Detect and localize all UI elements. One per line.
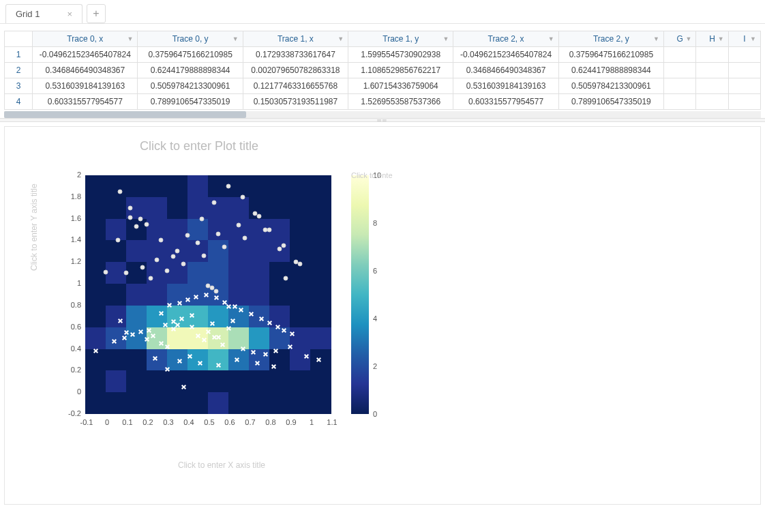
grid-cell[interactable]: 0.5316039184139163 [453,78,558,94]
scatter-point [241,194,245,199]
grid-cell[interactable]: 0.002079650782863318 [243,63,348,78]
grid-cell[interactable]: 0.15030573193511987 [243,94,348,110]
grid-cell[interactable]: 1.5269553587537366 [348,94,453,110]
grid-cell[interactable]: 0.37596475166210985 [138,47,243,63]
row-number[interactable]: 4 [5,94,33,110]
horizontal-scrollbar[interactable] [4,111,761,118]
scatter-point [206,329,211,334]
scatter-point [298,262,303,267]
heatmap [85,175,331,414]
colorbar-tick: 2 [373,362,377,370]
pane-splitter[interactable] [0,118,765,122]
chevron-down-icon[interactable]: ▼ [750,35,756,42]
chevron-down-icon[interactable]: ▼ [338,35,344,42]
column-header[interactable]: G▼ [664,31,696,47]
scatter-point [214,295,219,300]
grid-cell[interactable] [664,47,696,63]
grid-cell[interactable]: 0.5059784213300961 [138,78,243,94]
grid-cell[interactable]: -0.049621523465407824 [453,47,558,63]
chart[interactable]: Click to enter Y axis title -0.200.20.40… [31,162,399,448]
scatter-point [134,224,139,228]
scatter-point [171,327,176,331]
grid-cell[interactable]: 1.607154336759064 [348,78,453,94]
scatter-point [93,349,98,353]
grid-cell[interactable] [728,47,760,63]
grid-cell[interactable]: 0.1729338733617647 [243,47,348,63]
legend-title-input[interactable]: Click to ente [351,171,393,179]
add-tab-button[interactable]: + [87,4,106,23]
column-label: G [677,34,683,44]
grid-cell[interactable]: 0.6244179888898344 [138,63,243,78]
chevron-down-icon[interactable]: ▼ [685,35,691,42]
column-header[interactable]: I▼ [728,31,760,47]
grid-cell[interactable] [728,94,760,110]
column-header[interactable]: Trace 1, x▼ [243,31,348,47]
row-number[interactable]: 1 [5,47,33,63]
row-number[interactable]: 3 [5,78,33,94]
grid-cell[interactable] [664,94,696,110]
column-header[interactable]: Trace 2, y▼ [558,31,663,47]
scatter-point [181,262,186,267]
chevron-down-icon[interactable]: ▼ [232,35,239,42]
scatter-point [196,240,200,245]
grid-cell[interactable]: 0.5316039184139163 [33,78,138,94]
plot-panel: Click to enter Plot title Click to enter… [4,126,761,505]
close-icon[interactable]: × [67,9,72,19]
grid-cell[interactable] [728,63,760,78]
scatter-point [304,354,309,359]
column-header[interactable]: Trace 0, y▼ [138,31,243,47]
data-grid[interactable]: Trace 0, x▼Trace 0, y▼Trace 1, x▼Trace 1… [4,31,761,110]
x-axis-title-input[interactable]: Click to enter X axis title [99,460,344,470]
scatter-point [235,357,239,362]
column-header[interactable]: H▼ [696,31,728,47]
column-header[interactable]: Trace 1, y▼ [348,31,453,47]
chevron-down-icon[interactable]: ▼ [718,35,724,42]
grid-cell[interactable]: 0.7899106547335019 [558,94,663,110]
grid-cell[interactable]: 1.1086529856762217 [348,63,453,78]
scatter-point [267,321,272,325]
scrollbar-thumb[interactable] [4,111,246,118]
colorbar-tick: 8 [373,219,377,227]
y-axis-title-input[interactable]: Click to enter Y axis title [29,183,39,271]
colorbar[interactable] [351,175,369,414]
scatter-point [226,304,231,309]
grid-cell[interactable]: 0.7899106547335019 [138,94,243,110]
scatter-point [263,352,268,357]
chevron-down-icon[interactable]: ▼ [548,35,554,42]
y-tick: 0.6 [71,323,81,331]
grid-cell[interactable]: 1.5995545730902938 [348,47,453,63]
grid-cell[interactable]: 0.5059784213300961 [558,78,663,94]
row-number[interactable]: 2 [5,63,33,78]
plot-title-input[interactable]: Click to enter Plot title [140,139,748,153]
grid-cell[interactable] [664,63,696,78]
tab-grid-1[interactable]: Grid 1 × [5,4,82,23]
chevron-down-icon[interactable]: ▼ [442,35,449,42]
grid-cell[interactable]: 0.603315577954577 [33,94,138,110]
scatter-point [222,245,227,250]
column-label: Trace 1, y [382,34,419,44]
grid-cell[interactable]: -0.049621523465407824 [33,47,138,63]
scatter-point [175,249,180,254]
grid-cell[interactable]: 0.12177463316655768 [243,78,348,94]
grid-cell[interactable] [696,78,728,94]
grid-cell[interactable]: 0.3468466490348367 [33,63,138,78]
column-header[interactable]: Trace 2, x▼ [453,31,558,47]
grid-cell[interactable] [728,78,760,94]
x-tick: 0.6 [222,418,238,426]
tab-bar: Grid 1 × + [0,0,765,24]
chevron-down-icon[interactable]: ▼ [653,35,659,42]
column-header[interactable]: Trace 0, x▼ [33,31,138,47]
grid-cell[interactable]: 0.3468466490348367 [453,63,558,78]
scatter-point [284,276,288,281]
grid-cell[interactable]: 0.6244179888898344 [558,63,663,78]
grid-cell[interactable] [696,47,728,63]
scatter-point [194,295,198,299]
column-label: Trace 2, y [593,34,629,44]
grid-cell[interactable]: 0.37596475166210985 [558,47,663,63]
grid-cell[interactable] [696,94,728,110]
grid-cell[interactable] [696,63,728,78]
grid-cell[interactable]: 0.603315577954577 [453,94,558,110]
grid-cell[interactable] [664,78,696,94]
scatter-point [188,354,192,359]
chevron-down-icon[interactable]: ▼ [127,35,134,42]
